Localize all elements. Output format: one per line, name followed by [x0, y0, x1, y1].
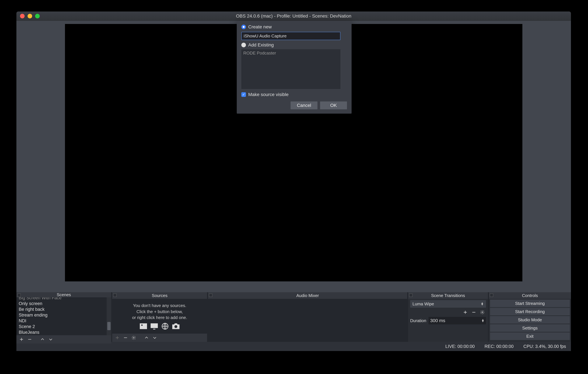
exit-button[interactable]: Exit: [490, 332, 570, 340]
cancel-button[interactable]: Cancel: [291, 101, 317, 109]
camera-icon: [171, 323, 180, 330]
svg-point-0: [141, 324, 143, 326]
remove-source-button[interactable]: [122, 334, 129, 341]
svg-point-4: [482, 312, 483, 313]
undock-icon[interactable]: [409, 294, 412, 297]
sources-empty-line: You don't have any sources.: [133, 303, 186, 309]
sources-empty-line: or right click here to add one.: [132, 315, 187, 321]
transition-select[interactable]: Luma Wipe ▲▼: [410, 300, 486, 308]
controls-header: Controls: [489, 292, 571, 299]
scenes-toolbar: [16, 335, 111, 343]
existing-sources-list[interactable]: RODE Podcaster: [241, 49, 340, 89]
scene-item[interactable]: Scene 2: [16, 324, 111, 330]
status-live: LIVE: 00:00:00: [445, 344, 475, 349]
radio-add-existing[interactable]: [241, 43, 246, 47]
globe-icon: [160, 323, 170, 330]
scenes-panel: Scenes Big Screen With Face Only screen …: [16, 292, 111, 342]
app-window: OBS 24.0.6 (mac) - Profile: Untitled - S…: [16, 11, 571, 351]
duration-value: 300 ms: [430, 318, 445, 323]
settings-button[interactable]: Settings: [490, 324, 570, 332]
existing-source-item[interactable]: RODE Podcaster: [243, 51, 338, 56]
mixer-title: Audio Mixer: [296, 293, 319, 298]
radio-add-existing-label: Add Existing: [248, 42, 274, 48]
start-recording-button[interactable]: Start Recording: [490, 308, 570, 316]
status-cpu: CPU: 3.4%, 30.00 fps: [523, 344, 566, 349]
sources-panel: Sources You don't have any sources. Clic…: [112, 292, 207, 342]
source-up-button[interactable]: [143, 334, 150, 341]
display-icon: [150, 323, 159, 330]
scenes-title: Scenes: [57, 292, 71, 297]
mixer-header: Audio Mixer: [208, 292, 407, 299]
audio-mixer-panel: Audio Mixer: [208, 292, 407, 342]
preview-area: Create new Add Existing RODE Podcaster ✓…: [16, 21, 571, 292]
remove-scene-button[interactable]: [26, 336, 33, 343]
scene-item[interactable]: Big Screen With Face: [16, 297, 111, 301]
svg-point-2: [174, 325, 177, 328]
source-down-button[interactable]: [151, 334, 158, 341]
source-properties-button[interactable]: [130, 334, 137, 341]
dock: Scenes Big Screen With Face Only screen …: [16, 292, 571, 342]
image-icon: [139, 323, 148, 330]
transitions-title: Scene Transitions: [431, 293, 465, 298]
scene-item[interactable]: Only screen: [16, 301, 111, 307]
status-rec: REC: 00:00:00: [484, 344, 514, 349]
ok-button[interactable]: OK: [320, 101, 347, 109]
start-streaming-button[interactable]: Start Streaming: [490, 299, 570, 307]
create-source-dialog: Create new Add Existing RODE Podcaster ✓…: [237, 21, 352, 114]
stepper-icon[interactable]: ▲▼: [481, 319, 484, 322]
transition-settings-button[interactable]: [479, 309, 486, 316]
sources-header: Sources: [112, 292, 207, 299]
radio-create-new[interactable]: [241, 25, 246, 29]
undock-icon[interactable]: [490, 294, 493, 297]
scene-down-button[interactable]: [47, 336, 54, 343]
scene-up-button[interactable]: [39, 336, 46, 343]
scenes-header: Scenes: [16, 292, 111, 297]
sources-empty-line: Click the + button below,: [136, 309, 183, 315]
duration-label: Duration: [410, 318, 426, 323]
source-type-icons: [139, 323, 180, 330]
source-name-input[interactable]: [241, 32, 340, 40]
svg-point-3: [133, 337, 134, 338]
duration-input[interactable]: 300 ms ▲▼: [429, 317, 486, 324]
studio-mode-button[interactable]: Studio Mode: [490, 316, 570, 324]
make-visible-checkbox[interactable]: ✓: [241, 92, 246, 97]
scenes-scrollbar[interactable]: [107, 297, 111, 335]
controls-panel: Controls Start Streaming Start Recording…: [489, 292, 571, 342]
undock-icon[interactable]: [113, 294, 116, 297]
scene-item[interactable]: BlueJeans: [16, 330, 111, 335]
transitions-header: Scene Transitions: [408, 292, 488, 299]
undock-icon[interactable]: [209, 294, 212, 297]
add-source-button[interactable]: [114, 334, 121, 341]
sources-toolbar: [112, 334, 207, 342]
mixer-body[interactable]: [208, 299, 407, 342]
transition-selected: Luma Wipe: [412, 301, 434, 307]
controls-title: Controls: [522, 293, 538, 298]
sources-empty[interactable]: You don't have any sources. Click the + …: [112, 299, 207, 334]
scene-item[interactable]: Stream ending: [16, 312, 111, 318]
remove-transition-button[interactable]: [470, 309, 477, 316]
undock-icon[interactable]: [17, 294, 21, 297]
scene-item[interactable]: Be right back: [16, 307, 111, 312]
transitions-panel: Scene Transitions Luma Wipe ▲▼: [408, 292, 488, 342]
sources-title: Sources: [152, 293, 167, 298]
make-visible-label: Make source visible: [248, 92, 289, 97]
window-title: OBS 24.0.6 (mac) - Profile: Untitled - S…: [16, 13, 571, 19]
add-scene-button[interactable]: [18, 336, 25, 343]
scenes-list[interactable]: Big Screen With Face Only screen Be righ…: [16, 297, 111, 335]
updown-icon: ▲▼: [481, 302, 484, 306]
titlebar: OBS 24.0.6 (mac) - Profile: Untitled - S…: [16, 11, 571, 21]
scene-item[interactable]: NDI: [16, 318, 111, 324]
add-transition-button[interactable]: [462, 309, 469, 316]
radio-create-new-label: Create new: [248, 24, 272, 30]
